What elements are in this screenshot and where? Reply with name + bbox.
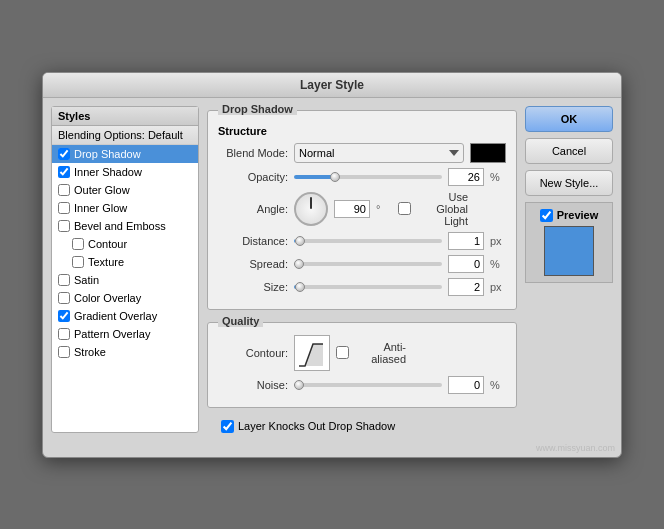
spread-label: Spread: — [218, 258, 288, 270]
main-panel: Drop Shadow Structure Blend Mode: Normal — [207, 106, 517, 433]
contour-label: Contour: — [218, 347, 288, 359]
distance-slider[interactable] — [294, 239, 442, 243]
color-swatch[interactable] — [470, 143, 506, 163]
contour-row: Contour: Anti-aliased — [218, 335, 506, 371]
angle-label: Angle: — [218, 203, 288, 215]
titlebar: Layer Style — [43, 73, 621, 98]
angle-row: Angle: ° Use Global Light — [218, 191, 506, 227]
anti-aliased-label: Anti-aliased — [336, 341, 406, 365]
use-global-light-checkbox[interactable] — [398, 202, 411, 215]
drop-shadow-legend: Drop Shadow — [218, 103, 297, 115]
stroke-checkbox[interactable] — [58, 346, 70, 358]
style-item-texture[interactable]: Texture — [52, 253, 198, 271]
gradient-overlay-checkbox[interactable] — [58, 310, 70, 322]
opacity-slider[interactable] — [294, 175, 442, 179]
noise-slider[interactable] — [294, 383, 442, 387]
size-input[interactable] — [448, 278, 484, 296]
spread-row: Spread: % — [218, 255, 506, 273]
contour-checkbox[interactable] — [72, 238, 84, 250]
satin-checkbox[interactable] — [58, 274, 70, 286]
distance-slider-wrapper — [294, 235, 442, 247]
preview-label: Preview — [540, 209, 599, 222]
noise-unit: % — [490, 379, 506, 391]
structure-label: Structure — [218, 125, 506, 137]
use-global-light-label: Use Global Light — [398, 191, 468, 227]
style-item-inner-shadow[interactable]: Inner Shadow — [52, 163, 198, 181]
cancel-button[interactable]: Cancel — [525, 138, 613, 164]
opacity-label: Opacity: — [218, 171, 288, 183]
contour-thumb[interactable] — [294, 335, 330, 371]
style-item-drop-shadow[interactable]: Drop Shadow — [52, 145, 198, 163]
style-item-stroke[interactable]: Stroke — [52, 343, 198, 361]
pattern-overlay-checkbox[interactable] — [58, 328, 70, 340]
right-panel: OK Cancel New Style... Preview — [525, 106, 613, 433]
angle-unit: ° — [376, 203, 392, 215]
blend-mode-label: Blend Mode: — [218, 147, 288, 159]
ok-button[interactable]: OK — [525, 106, 613, 132]
drop-shadow-section: Drop Shadow Structure Blend Mode: Normal — [207, 110, 517, 310]
distance-row: Distance: px — [218, 232, 506, 250]
spread-input[interactable] — [448, 255, 484, 273]
inner-glow-checkbox[interactable] — [58, 202, 70, 214]
texture-checkbox[interactable] — [72, 256, 84, 268]
style-item-color-overlay[interactable]: Color Overlay — [52, 289, 198, 307]
size-slider[interactable] — [294, 285, 442, 289]
distance-unit: px — [490, 235, 506, 247]
window-title: Layer Style — [300, 78, 364, 92]
layer-knocks-label: Layer Knocks Out Drop Shadow — [221, 420, 517, 433]
spread-slider-wrapper — [294, 258, 442, 270]
quality-section: Quality Contour: — [207, 322, 517, 408]
style-item-gradient-overlay[interactable]: Gradient Overlay — [52, 307, 198, 325]
opacity-unit: % — [490, 171, 506, 183]
style-item-outer-glow[interactable]: Outer Glow — [52, 181, 198, 199]
opacity-slider-wrapper — [294, 171, 442, 183]
color-overlay-checkbox[interactable] — [58, 292, 70, 304]
style-item-bevel-emboss[interactable]: Bevel and Emboss — [52, 217, 198, 235]
spread-slider[interactable] — [294, 262, 442, 266]
inner-shadow-checkbox[interactable] — [58, 166, 70, 178]
bevel-emboss-checkbox[interactable] — [58, 220, 70, 232]
style-item-pattern-overlay[interactable]: Pattern Overlay — [52, 325, 198, 343]
size-label: Size: — [218, 281, 288, 293]
blending-options-item[interactable]: Blending Options: Default — [52, 126, 198, 145]
layer-style-window: Layer Style Styles Blending Options: Def… — [42, 72, 622, 458]
size-row: Size: px — [218, 278, 506, 296]
blend-mode-row: Blend Mode: Normal — [218, 143, 506, 163]
style-item-satin[interactable]: Satin — [52, 271, 198, 289]
blend-mode-select[interactable]: Normal — [294, 143, 464, 163]
style-item-inner-glow[interactable]: Inner Glow — [52, 199, 198, 217]
distance-label: Distance: — [218, 235, 288, 247]
spread-unit: % — [490, 258, 506, 270]
angle-dial[interactable] — [294, 192, 328, 226]
noise-row: Noise: % — [218, 376, 506, 394]
preview-swatch — [544, 226, 594, 276]
new-style-button[interactable]: New Style... — [525, 170, 613, 196]
outer-glow-checkbox[interactable] — [58, 184, 70, 196]
opacity-input[interactable] — [448, 168, 484, 186]
styles-panel: Styles Blending Options: Default Drop Sh… — [51, 106, 199, 433]
quality-legend: Quality — [218, 315, 263, 327]
styles-panel-header: Styles — [52, 107, 198, 126]
size-slider-wrapper — [294, 281, 442, 293]
style-item-contour[interactable]: Contour — [52, 235, 198, 253]
drop-shadow-checkbox[interactable] — [58, 148, 70, 160]
watermark: www.missyuan.com — [43, 441, 621, 457]
layer-knocks-checkbox[interactable] — [221, 420, 234, 433]
preview-checkbox[interactable] — [540, 209, 553, 222]
noise-input[interactable] — [448, 376, 484, 394]
opacity-row: Opacity: % — [218, 168, 506, 186]
noise-slider-wrapper — [294, 379, 442, 391]
noise-label: Noise: — [218, 379, 288, 391]
angle-input[interactable] — [334, 200, 370, 218]
preview-area: Preview — [525, 202, 613, 283]
layer-knocks-row: Layer Knocks Out Drop Shadow — [207, 420, 517, 433]
anti-aliased-checkbox[interactable] — [336, 346, 349, 359]
size-unit: px — [490, 281, 506, 293]
distance-input[interactable] — [448, 232, 484, 250]
